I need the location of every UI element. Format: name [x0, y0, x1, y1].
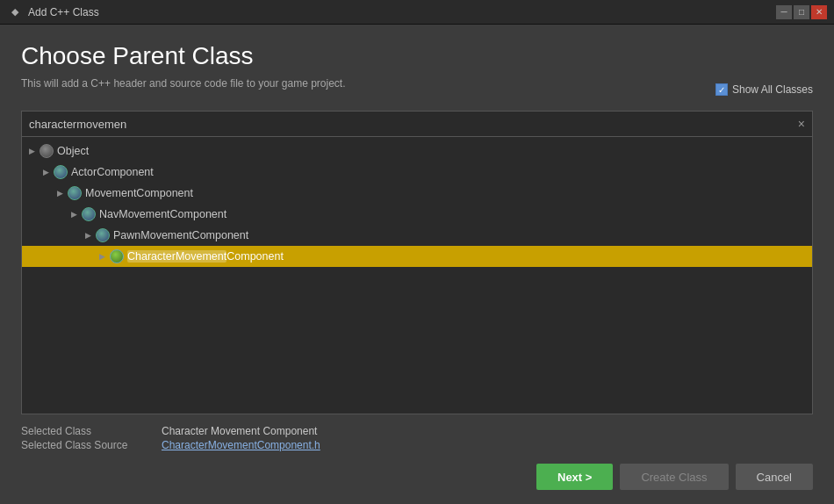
main-content: Choose Parent Class This will add a C++ … [0, 25, 834, 504]
search-and-tree: × ▶ Object ▶ ActorComponent ▶ [21, 111, 813, 414]
footer-selected-class-row: Selected Class Character Movement Compon… [21, 425, 813, 437]
arrow-icon-charactermovementcomponent: ▶ [99, 248, 108, 264]
class-label-movementcomponent: MovementComponent [85, 185, 193, 201]
selected-class-label: Selected Class [21, 425, 162, 437]
maximize-button[interactable]: □ [794, 5, 809, 19]
class-label-navmovementcomponent: NavMovementComponent [99, 206, 226, 222]
match-highlight: CharacterMovement [127, 250, 226, 263]
search-clear-icon[interactable]: × [798, 117, 805, 131]
footer-selected-source-row: Selected Class Source CharacterMovementC… [21, 439, 813, 451]
page-title: Choose Parent Class [21, 42, 813, 70]
selected-class-value: Character Movement Component [162, 425, 317, 437]
selected-class-source-value[interactable]: CharacterMovementComponent.h [162, 439, 320, 451]
class-icon-actorcomponent [54, 165, 68, 179]
arrow-icon-object: ▶ [29, 143, 38, 159]
arrow-icon-navmovementcomponent: ▶ [71, 206, 80, 222]
subtitle-text: This will add a C++ header and source co… [21, 77, 346, 90]
arrow-icon-movementcomponent: ▶ [57, 185, 66, 201]
next-button[interactable]: Next > [536, 464, 613, 490]
show-all-classes-toggle[interactable]: Show All Classes [715, 83, 813, 96]
search-input[interactable] [29, 118, 798, 131]
tree-item-object[interactable]: ▶ Object [22, 140, 812, 162]
class-label-charactermovementcomponent: CharacterMovementComponent [127, 248, 284, 264]
minimize-button[interactable]: ─ [776, 5, 792, 19]
tree-item-charactermovementcomponent[interactable]: ▶ CharacterMovementComponent [22, 246, 812, 267]
class-icon-navmovementcomponent [82, 207, 96, 221]
title-bar: ◆ Add C++ Class ─ □ ✕ [0, 0, 834, 25]
create-class-button: Create Class [620, 464, 728, 490]
cancel-button[interactable]: Cancel [736, 464, 813, 490]
buttons-row: Next > Create Class Cancel [21, 464, 813, 490]
tree-item-actorcomponent[interactable]: ▶ ActorComponent [22, 162, 812, 183]
tree-item-pawnmovementcomponent[interactable]: ▶ PawnMovementComponent [22, 225, 812, 246]
window-title: Add C++ Class [28, 6, 99, 18]
class-icon-movementcomponent [68, 186, 82, 200]
search-bar: × [21, 111, 813, 137]
arrow-icon-actorcomponent: ▶ [43, 164, 52, 180]
close-button[interactable]: ✕ [811, 5, 827, 19]
selected-class-source-label: Selected Class Source [21, 439, 162, 451]
class-tree[interactable]: ▶ Object ▶ ActorComponent ▶ MovementComp… [21, 137, 813, 414]
show-all-classes-checkbox[interactable] [715, 83, 728, 96]
show-all-classes-label: Show All Classes [732, 83, 813, 96]
tree-item-movementcomponent[interactable]: ▶ MovementComponent [22, 183, 812, 204]
arrow-icon-pawnmovementcomponent: ▶ [85, 227, 94, 243]
title-bar-left: ◆ Add C++ Class [7, 4, 99, 20]
class-label-rest: Component [226, 250, 284, 263]
class-icon-pawnmovementcomponent [96, 228, 110, 242]
tree-item-navmovementcomponent[interactable]: ▶ NavMovementComponent [22, 204, 812, 225]
class-label-object: Object [57, 143, 89, 159]
top-row: This will add a C++ header and source co… [21, 77, 813, 102]
footer: Selected Class Character Movement Compon… [21, 414, 813, 451]
class-label-actorcomponent: ActorComponent [71, 164, 154, 180]
ue-logo-icon: ◆ [7, 4, 23, 20]
class-icon-charactermovementcomponent [110, 249, 124, 263]
class-icon-object [40, 144, 54, 158]
window-controls: ─ □ ✕ [776, 5, 827, 19]
class-label-pawnmovementcomponent: PawnMovementComponent [113, 227, 248, 243]
